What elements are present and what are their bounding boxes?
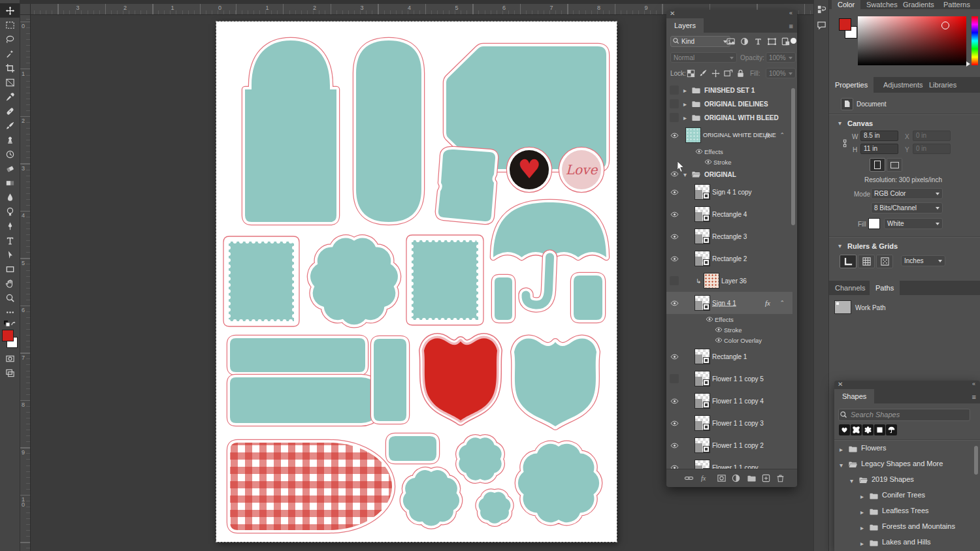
layer-thumbnail[interactable] [694,228,710,244]
layer-row-effects[interactable]: Effects [666,146,792,157]
group-row-original-dielines[interactable]: ▸ORIGINAL DIELINES [666,97,792,111]
zoom-tool[interactable] [0,291,20,305]
layer-thumbnail[interactable] [694,437,710,453]
history-icon[interactable] [816,4,827,15]
layer-filtering-toggle[interactable] [791,38,796,44]
rectangular-marquee-tool[interactable] [0,18,20,32]
link-dimensions-icon[interactable] [841,133,850,153]
sticker-pill-label[interactable] [356,40,421,222]
tree-caret-icon[interactable]: ▸ [860,509,864,516]
eye-visible-icon[interactable] [669,130,679,140]
sticker-bar-label-1[interactable] [230,338,365,372]
effect-eye-icon[interactable] [703,157,713,167]
lock-all-icon[interactable] [735,68,745,78]
eye-visible-icon[interactable] [669,298,679,308]
rectangle-tool[interactable] [0,262,20,276]
lasso-tool[interactable] [0,32,20,46]
x-field[interactable]: 0 in [913,131,951,141]
eye-visible-icon[interactable] [669,187,679,197]
clone-stamp-tool[interactable] [0,133,20,147]
collapse-panel-icon[interactable]: « [789,10,793,16]
close-panel-icon[interactable]: ✕ [838,381,843,388]
sticker-ticket-label[interactable] [438,150,495,221]
bit-depth-dropdown[interactable]: 8 Bits/Channel [871,202,943,213]
type-tool[interactable] [0,233,20,247]
toggle-rulers-button[interactable] [840,255,857,268]
object-selection-tool[interactable] [0,46,20,61]
canvas-section-caret[interactable]: ▾ [838,119,841,127]
hue-slider[interactable] [972,16,978,65]
dodge-tool[interactable] [0,204,20,219]
sticker-shield-teal[interactable] [514,339,596,426]
sticker-postage-stamp-1[interactable] [223,236,299,326]
scalloped-square-shape-icon[interactable] [851,424,862,435]
rulers-grids-caret[interactable]: ▾ [838,242,841,249]
pen-tool[interactable] [0,219,20,233]
tree-caret-icon[interactable]: ▸ [860,493,864,500]
layers-scrollbar[interactable] [791,88,795,225]
document-canvas[interactable]: ♥Love [216,22,617,542]
tab-patterns[interactable]: Patterns [938,0,976,9]
vertical-ruler[interactable]: 012345678910 [20,4,31,551]
sticker-small-roundrect-label[interactable] [389,436,436,461]
shape-group-legacy-shapes-and-more[interactable]: ▾Legacy Shapes and More [834,457,980,473]
smart-object-filter-icon[interactable] [780,36,791,46]
layer-row-sign-4-1[interactable]: Sign 4 1fx⌃ [666,292,792,315]
layer-style-icon[interactable]: fx [699,473,710,483]
height-field[interactable]: 11 in [860,144,898,154]
pixel-layer-filter-icon[interactable] [725,36,736,46]
landscape-orientation-button[interactable] [887,158,902,172]
tab-channels[interactable]: Channels [829,281,871,295]
close-panel-icon[interactable]: ✕ [670,10,675,17]
tree-caret-icon[interactable]: ▸ [860,524,864,531]
layer-row-rectangle-3[interactable]: Rectangle 3 [666,225,792,248]
group-row-finished-set-1[interactable]: ▸FINISHED SET 1 [666,83,792,97]
ruler-units-dropdown[interactable]: Inches [901,255,945,266]
tab-libraries[interactable]: Libraries [923,77,962,93]
tree-caret-icon[interactable]: ▸ [860,540,864,547]
y-field[interactable]: 0 in [913,144,951,154]
layer-thumbnail[interactable] [694,415,710,431]
layer-thumbnail[interactable] [704,273,719,289]
ruler-origin-box[interactable] [20,4,31,15]
eye-visible-icon[interactable] [669,440,679,450]
type-layer-filter-icon[interactable] [753,36,763,46]
path-selection-tool[interactable] [0,247,20,262]
blur-tool[interactable] [0,190,20,204]
sticker-heart-badge[interactable]: ♥ [510,150,549,189]
layer-thumbnail[interactable] [694,371,710,386]
group-caret-icon[interactable]: ▸ [683,86,687,93]
eye-visible-icon[interactable] [669,231,679,242]
layer-thumbnail[interactable] [685,127,701,143]
screen-mode-button[interactable] [0,366,20,380]
eye-hidden-toggle[interactable] [670,374,679,383]
layer-row-stroke[interactable]: Stroke [666,324,792,336]
layer-row-flower-1-1-copy-4[interactable]: Flower 1 1 copy 4 [666,390,792,413]
layer-row-sign-4-1-copy[interactable]: Sign 4 1 copy [666,181,792,204]
eraser-tool[interactable] [0,161,20,176]
blend-mode-dropdown[interactable]: Normal [670,52,737,63]
scalloped-circle-shape-icon[interactable] [862,424,874,435]
tab-layers[interactable]: Layers [666,18,704,33]
layer-thumbnail[interactable] [694,349,710,364]
eye-hidden-toggle[interactable] [670,86,679,95]
group-caret-icon[interactable]: ▾ [683,170,687,178]
sticker-scallop-label-large-1[interactable] [310,238,398,324]
toggle-pixel-grid-button[interactable] [876,255,893,268]
sticker-bar-label-bullet[interactable] [230,377,384,423]
sticker-gingham-arch-label[interactable] [230,443,392,530]
effect-eye-icon[interactable] [713,335,724,345]
swap-colors-icon[interactable] [3,319,17,328]
work-path-thumbnail[interactable] [834,300,851,314]
gradient-tool[interactable] [0,176,20,190]
sticker-tall-rect-label[interactable] [374,339,406,421]
shape-search-input[interactable]: Search Shapes [838,409,970,421]
tab-shapes[interactable]: Shapes [834,389,874,403]
sticker-scallop-label-large-2[interactable] [518,444,599,522]
sticker-small-rect-left-of-handle[interactable] [495,277,512,320]
foreground-color-swatch[interactable] [2,330,14,341]
shape-group-flowers[interactable]: ▸Flowers [834,441,980,457]
layer-row-layer-36[interactable]: ↳Layer 36 [666,270,792,292]
layer-row-original-white-dieline[interactable]: ORIGINAL WHITE DIELINEfx⌃ [666,124,792,147]
eye-visible-icon[interactable] [669,396,679,406]
